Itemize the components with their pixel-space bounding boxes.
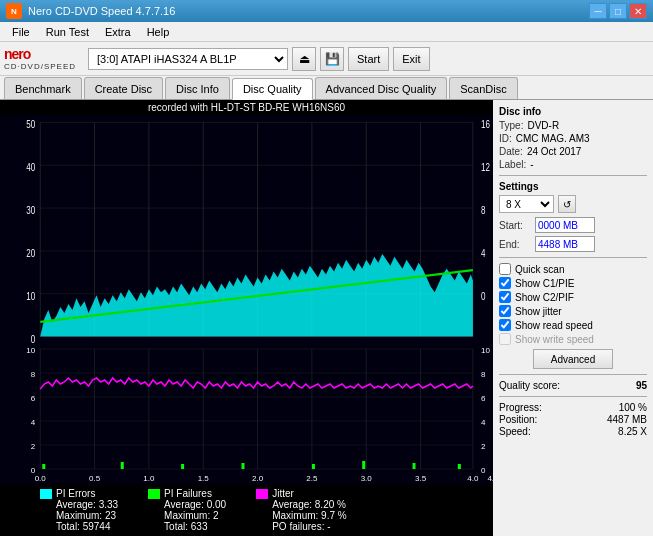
show-read-speed-checkbox[interactable] [499, 319, 511, 331]
divider-3 [499, 374, 647, 375]
exit-button[interactable]: Exit [393, 47, 429, 71]
maximize-button[interactable]: □ [609, 3, 627, 19]
disc-label-value: - [530, 159, 533, 170]
info-panel: Disc info Type: DVD-R ID: CMC MAG. AM3 D… [493, 100, 653, 536]
show-c2pif-row: Show C2/PIF [499, 291, 647, 303]
disc-type-row: Type: DVD-R [499, 120, 647, 131]
svg-text:0: 0 [481, 289, 486, 302]
show-jitter-label: Show jitter [515, 306, 562, 317]
svg-text:6: 6 [31, 394, 36, 403]
pi-errors-color [40, 489, 52, 499]
svg-text:10: 10 [481, 346, 490, 355]
pi-failures-color [148, 489, 160, 499]
speed-row: 8 X ↺ [499, 195, 647, 213]
legend-pi-failures: PI Failures Average: 0.00 Maximum: 2 Tot… [148, 488, 226, 532]
show-c2pif-checkbox[interactable] [499, 291, 511, 303]
svg-text:0.0: 0.0 [35, 474, 47, 483]
end-input[interactable] [535, 236, 595, 252]
end-label: End: [499, 239, 531, 250]
speed-value: 8.25 X [618, 426, 647, 437]
disc-label-row: Label: - [499, 159, 647, 170]
jitter-po-failures: PO failures: - [256, 521, 346, 532]
pi-failures-maximum: Maximum: 2 [148, 510, 226, 521]
svg-text:3.0: 3.0 [361, 474, 373, 483]
svg-text:50: 50 [26, 118, 35, 131]
svg-text:8: 8 [481, 370, 486, 379]
pi-errors-maximum: Maximum: 23 [40, 510, 118, 521]
pi-errors-title: PI Errors [56, 488, 95, 499]
jitter-average: Average: 8.20 % [256, 499, 346, 510]
top-chart-svg: 50 40 30 20 10 0 16 12 8 4 0 0.0 0.5 1.0… [0, 115, 493, 344]
charts-wrapper: recorded with HL-DT-ST BD-RE WH16NS60 [0, 100, 493, 536]
minimize-button[interactable]: ─ [589, 3, 607, 19]
disc-date-label: Date: [499, 146, 523, 157]
tab-disc-quality[interactable]: Disc Quality [232, 78, 313, 100]
svg-text:6: 6 [481, 394, 486, 403]
quality-score-row: Quality score: 95 [499, 380, 647, 391]
start-input[interactable] [535, 217, 595, 233]
bottom-chart-svg: 10 8 6 4 2 0 10 8 6 4 2 0 0.0 0.5 1.0 1.… [0, 344, 493, 484]
refresh-button[interactable]: ↺ [558, 195, 576, 213]
svg-text:10: 10 [26, 346, 35, 355]
pi-errors-average: Average: 3.33 [40, 499, 118, 510]
position-label: Position: [499, 414, 537, 425]
bottom-chart: 10 8 6 4 2 0 10 8 6 4 2 0 0.0 0.5 1.0 1.… [0, 344, 493, 484]
disc-id-value: CMC MAG. AM3 [516, 133, 590, 144]
svg-text:20: 20 [26, 246, 35, 259]
quick-scan-label: Quick scan [515, 264, 564, 275]
jitter-maximum: Maximum: 9.7 % [256, 510, 346, 521]
close-button[interactable]: ✕ [629, 3, 647, 19]
legend-jitter: Jitter Average: 8.20 % Maximum: 9.7 % PO… [256, 488, 346, 532]
tab-disc-info[interactable]: Disc Info [165, 77, 230, 99]
disc-type-value: DVD-R [527, 120, 559, 131]
svg-text:16: 16 [481, 118, 490, 131]
svg-text:2.0: 2.0 [252, 474, 264, 483]
svg-text:1.5: 1.5 [198, 474, 210, 483]
eject-icon-button[interactable]: ⏏ [292, 47, 316, 71]
divider-4 [499, 396, 647, 397]
menu-bar: File Run Test Extra Help [0, 22, 653, 42]
divider-2 [499, 257, 647, 258]
quick-scan-checkbox[interactable] [499, 263, 511, 275]
tab-scandisc[interactable]: ScanDisc [449, 77, 517, 99]
svg-text:3.5: 3.5 [415, 474, 427, 483]
show-read-speed-label: Show read speed [515, 320, 593, 331]
app-title: Nero CD-DVD Speed 4.7.7.16 [28, 5, 175, 17]
advanced-button[interactable]: Advanced [533, 349, 613, 369]
menu-run-test[interactable]: Run Test [38, 24, 97, 40]
menu-help[interactable]: Help [139, 24, 178, 40]
tab-benchmark[interactable]: Benchmark [4, 77, 82, 99]
disc-date-row: Date: 24 Oct 2017 [499, 146, 647, 157]
tab-advanced-disc-quality[interactable]: Advanced Disc Quality [315, 77, 448, 99]
title-bar: N Nero CD-DVD Speed 4.7.7.16 ─ □ ✕ [0, 0, 653, 22]
quality-score-value: 95 [636, 380, 647, 391]
show-c1pie-checkbox[interactable] [499, 277, 511, 289]
svg-text:4: 4 [481, 246, 486, 259]
menu-extra[interactable]: Extra [97, 24, 139, 40]
tab-create-disc[interactable]: Create Disc [84, 77, 163, 99]
svg-text:4.0: 4.0 [467, 474, 479, 483]
nero-logo-text: nero [4, 46, 76, 62]
svg-rect-79 [241, 463, 244, 469]
start-button[interactable]: Start [348, 47, 389, 71]
progress-section: Progress: 100 % Position: 4487 MB Speed:… [499, 402, 647, 437]
show-jitter-checkbox[interactable] [499, 305, 511, 317]
show-write-speed-checkbox[interactable] [499, 333, 511, 345]
svg-text:0.5: 0.5 [89, 474, 101, 483]
disc-date-value: 24 Oct 2017 [527, 146, 581, 157]
main-content: recorded with HL-DT-ST BD-RE WH16NS60 [0, 100, 653, 536]
nero-logo-subtitle: CD·DVD/SPEED [4, 62, 76, 71]
menu-file[interactable]: File [4, 24, 38, 40]
svg-rect-83 [458, 464, 461, 469]
pi-failures-average: Average: 0.00 [148, 499, 226, 510]
drive-select[interactable]: [3:0] ATAPI iHAS324 A BL1P [88, 48, 288, 70]
svg-rect-77 [121, 462, 124, 469]
tabs: Benchmark Create Disc Disc Info Disc Qua… [0, 76, 653, 100]
svg-text:4: 4 [481, 418, 486, 427]
show-c1pie-row: Show C1/PIE [499, 277, 647, 289]
svg-text:8: 8 [481, 203, 486, 216]
save-icon-button[interactable]: 💾 [320, 47, 344, 71]
svg-rect-38 [0, 344, 493, 484]
start-label: Start: [499, 220, 531, 231]
speed-select[interactable]: 8 X [499, 195, 554, 213]
